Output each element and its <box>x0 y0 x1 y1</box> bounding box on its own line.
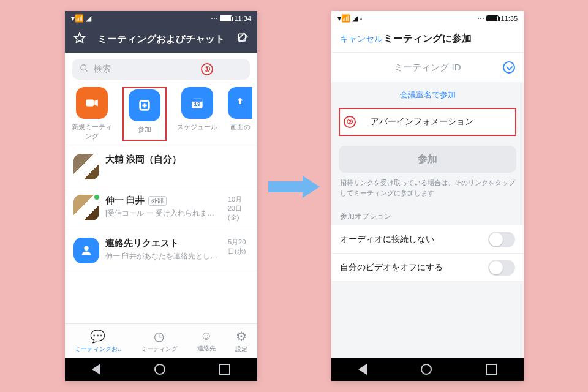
search-icon <box>80 64 89 75</box>
svg-line-3 <box>85 69 87 71</box>
tab-contacts[interactable]: ☺ 連絡先 <box>197 329 216 353</box>
share-icon <box>228 87 252 119</box>
wifi-icon: ▾📶 <box>71 15 84 22</box>
status-time: 11:34 <box>234 15 251 22</box>
svg-text:19: 19 <box>194 100 201 107</box>
more-icon: ⋯ <box>477 15 484 22</box>
svg-marker-5 <box>94 100 97 107</box>
contacts-icon: ☺ <box>197 329 216 343</box>
chevron-down-icon[interactable] <box>503 61 515 74</box>
meeting-id-label: ミーティング ID <box>394 62 461 74</box>
toggle-no-audio[interactable]: オーディオに接続しない <box>331 225 524 254</box>
avatar <box>74 154 99 179</box>
search-placeholder: 検索 <box>94 64 111 75</box>
tab-settings[interactable]: ⚙ 設定 <box>235 329 247 353</box>
action-new-meeting[interactable]: 新規ミーティング <box>70 87 114 141</box>
presence-dot-icon <box>93 194 100 201</box>
nav-recent-icon[interactable] <box>219 364 230 375</box>
tab-label: 設定 <box>235 345 247 352</box>
chat-subtitle: [受信コール ー 受け入れられました] <box>105 208 222 219</box>
contact-request-icon <box>74 238 99 263</box>
chat-title: 伸一 臼井 <box>105 195 145 206</box>
svg-marker-0 <box>75 33 85 43</box>
svg-rect-4 <box>86 100 94 107</box>
chat-bubble-icon: 💬 <box>75 329 121 344</box>
chat-subtitle: 伸一 臼井があなたを連絡先として追加し... <box>105 251 222 262</box>
chat-title: 大輔 浪岡（自分） <box>105 154 249 165</box>
action-row: 新規ミーティング 参加 19 スケジュール 画面の <box>65 85 257 146</box>
callout-badge-1: ① <box>201 63 213 75</box>
nav-back-icon[interactable] <box>358 364 367 375</box>
join-header: キャンセル ミーティングに参加 <box>331 26 524 53</box>
action-label: 画面の <box>230 123 251 130</box>
chat-date: 5月20日(水) <box>228 238 249 256</box>
join-body: ミーティング ID 会議室名で参加 ② アバーインフォメーション 参加 招待リン… <box>331 53 524 358</box>
tab-label: ミーティング <box>141 345 178 352</box>
status-bar: ▾📶 ◢ ▫ ⋯ 11:35 <box>331 11 524 26</box>
chat-item[interactable]: 伸一 臼井 外部 [受信コール ー 受け入れられました] 10月23日(金) <box>65 187 257 230</box>
hint-text: 招待リンクを受け取っている場合は、そのリンクをタップしてミーティングに参加します <box>331 178 524 209</box>
search-input[interactable]: 検索 ① <box>72 59 250 80</box>
callout-badge-2: ② <box>344 116 356 128</box>
action-schedule[interactable]: 19 スケジュール <box>175 87 219 141</box>
avatar <box>74 195 99 221</box>
wifi-icon: ▾📶 <box>337 15 350 22</box>
options-section-label: 参加オプション <box>331 209 524 225</box>
main-body: 検索 ① 新規ミーティング 参加 19 スケジュール <box>65 53 257 323</box>
action-join[interactable]: 参加 <box>123 87 167 141</box>
status-bar: ▾📶 ◢ ⋯ 11:34 <box>65 11 257 26</box>
cancel-button[interactable]: キャンセル <box>340 34 383 45</box>
status-time: 11:35 <box>500 15 518 22</box>
switch-icon[interactable] <box>488 232 515 247</box>
toggle-video-off[interactable]: 自分のビデオをオフにする <box>331 254 524 282</box>
tab-label: ミーティングお.. <box>75 345 121 352</box>
join-button[interactable]: 参加 <box>339 146 516 173</box>
display-name-field[interactable]: ② アバーインフォメーション <box>339 108 516 136</box>
android-nav <box>65 358 257 381</box>
action-label: スケジュール <box>177 123 217 130</box>
app-header: ミーティングおよびチャット <box>65 26 257 53</box>
more-icon: ⋯ <box>211 15 218 22</box>
toggle-label: オーディオに接続しない <box>340 234 434 245</box>
chat-item-self[interactable]: 大輔 浪岡（自分） <box>65 146 257 187</box>
svg-point-12 <box>84 246 88 251</box>
star-icon[interactable] <box>74 32 86 47</box>
tab-label: 連絡先 <box>197 345 216 352</box>
chat-date: 10月23日(金) <box>228 195 249 222</box>
action-label: 参加 <box>138 126 151 133</box>
phone-left: ▾📶 ◢ ⋯ 11:34 ミーティングおよびチャット 検索 ① <box>65 11 257 381</box>
nav-home-icon[interactable] <box>154 364 165 375</box>
compose-icon[interactable] <box>236 32 249 47</box>
tab-chat[interactable]: 💬 ミーティングお.. <box>75 329 121 353</box>
signal-icon: ◢ <box>86 15 91 22</box>
tab-meetings[interactable]: ◷ ミーティング <box>141 329 178 353</box>
flow-arrow-icon <box>268 176 322 198</box>
action-share[interactable]: 画面の <box>228 87 252 141</box>
nav-home-icon[interactable] <box>421 364 432 375</box>
video-icon <box>76 87 108 119</box>
nav-back-icon[interactable] <box>92 364 100 375</box>
plus-icon <box>129 89 160 121</box>
chat-list: 大輔 浪岡（自分） 伸一 臼井 外部 [受信コール ー 受け入れられました] 1… <box>65 146 257 271</box>
meeting-id-field[interactable]: ミーティング ID <box>331 53 524 82</box>
signal-icon: ◢ ▫ <box>352 15 363 22</box>
join-by-room-name-link[interactable]: 会議室名で参加 <box>331 82 524 108</box>
svg-point-2 <box>81 65 86 70</box>
external-badge: 外部 <box>148 196 167 206</box>
switch-icon[interactable] <box>488 260 515 276</box>
battery-icon <box>486 15 499 21</box>
tab-bar: 💬 ミーティングお.. ◷ ミーティング ☺ 連絡先 ⚙ 設定 <box>65 323 257 358</box>
chat-title: 連絡先リクエスト <box>105 238 222 249</box>
page-title: ミーティングに参加 <box>383 32 472 45</box>
android-nav <box>331 358 524 381</box>
chat-item-request[interactable]: 連絡先リクエスト 伸一 臼井があなたを連絡先として追加し... 5月20日(水) <box>65 230 257 271</box>
display-name-value: アバーインフォメーション <box>371 116 473 127</box>
action-label: 新規ミーティング <box>72 123 112 140</box>
toggle-label: 自分のビデオをオフにする <box>340 262 443 273</box>
phone-right: ▾📶 ◢ ▫ ⋯ 11:35 キャンセル ミーティングに参加 ミーティング ID… <box>331 11 524 381</box>
page-title: ミーティングおよびチャット <box>97 33 225 46</box>
nav-recent-icon[interactable] <box>486 364 497 375</box>
clock-icon: ◷ <box>141 329 178 344</box>
calendar-icon: 19 <box>181 87 213 119</box>
battery-icon <box>220 15 232 21</box>
